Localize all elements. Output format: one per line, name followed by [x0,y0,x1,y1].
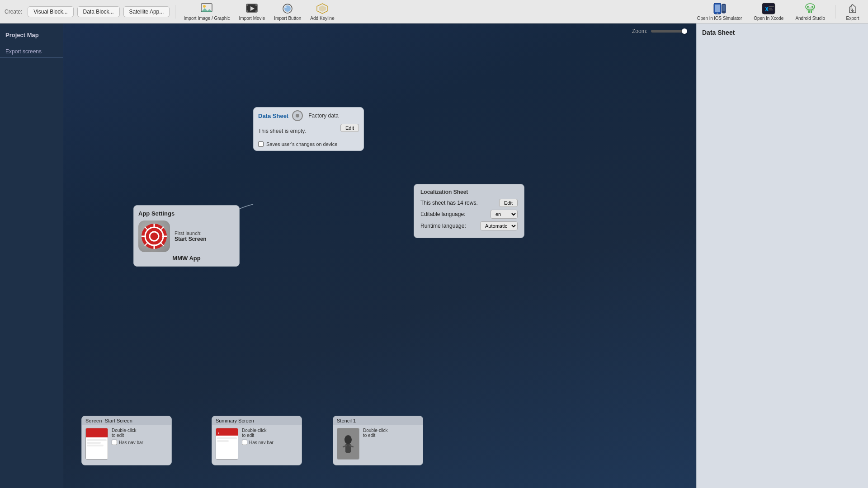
screen-start-header: Screen Start Screen [82,416,171,425]
saves-checkbox[interactable] [258,141,264,147]
data-sheet-header: Data Sheet Factory data [254,108,363,124]
start-screen-label: Start Screen [175,236,207,242]
data-sheet-edit-button[interactable]: Edit [340,124,359,132]
mmw-logo-icon [141,223,168,250]
svg-rect-8 [255,10,257,12]
screen-start-title: Start Screen [105,418,132,423]
app-settings-card: App Settings [133,205,240,267]
main-area: Project Map Export screens Zoom: Data Sh… [0,23,868,488]
svg-point-27 [811,6,813,8]
data-sheet-title: Data Sheet [258,113,288,119]
export-button[interactable]: Export [842,1,863,22]
zoom-slider[interactable] [651,30,687,33]
toolbar: Create: Visual Block... Data Block... Sa… [0,0,868,23]
import-image-label: Import Image / Graphic [184,16,230,21]
summary-nav-checkbox[interactable] [242,440,247,445]
screen-start-preview[interactable] [85,428,108,460]
visual-block-button[interactable]: Visual Block... [28,6,73,17]
ios-simulator-icon [712,2,726,15]
screen-start-card: Screen Start Screen Double-clickto edit [81,416,172,465]
data-sheet-body: This sheet is empty. Edit Saves user's c… [254,124,363,150]
screen-summary-preview[interactable]: ‹ [216,428,238,460]
android-studio-button[interactable]: Android Studio [792,1,829,22]
open-ios-label: Open in iOS Simulator [697,16,742,21]
svg-rect-5 [246,4,248,6]
localization-title: Localization Sheet [420,189,518,195]
screen-summary-card: Summary Screen ‹ Double-clickto edit [212,416,302,465]
data-sheet-empty-text: This sheet is empty. [258,128,306,134]
localization-rows-row: This sheet has 14 rows. Edit [420,199,518,207]
start-nav-checkbox[interactable] [112,440,117,445]
zoom-bar: Zoom: [632,28,687,34]
satellite-app-button[interactable]: Satellite App... [123,6,170,17]
right-panel-title: Data Sheet [702,29,863,36]
data-sheet-connector-dot[interactable] [292,110,303,121]
import-button-button[interactable]: Import Button [271,1,304,22]
screen-stencil-info: Double-clickto edit [363,428,387,438]
screen-stencil-card: Stencil 1 Double-clickto edit [333,416,423,465]
left-sidebar: Project Map Export screens [0,23,63,488]
summary-red-bar: ‹ [216,428,238,436]
svg-rect-23 [769,9,773,10]
svg-rect-22 [769,8,772,9]
editable-language-select[interactable]: en [491,210,518,219]
localization-edit-button[interactable]: Edit [499,199,518,207]
svg-point-1 [203,5,206,8]
open-ios-button[interactable]: Open in iOS Simulator [693,1,746,22]
svg-rect-6 [255,4,257,6]
open-xcode-label: Open in Xcode [754,16,783,21]
svg-rect-32 [849,7,852,10]
export-icon [845,2,860,15]
svg-point-10 [284,5,291,12]
svg-rect-28 [808,10,810,13]
zoom-slider-thumb [682,28,687,34]
localization-rows-text: This sheet has 14 rows. [420,200,499,206]
canvas[interactable]: Zoom: Data Sheet Factory data This sheet… [63,23,696,488]
saves-text: Saves user's changes on device [266,141,337,147]
localization-card: Localization Sheet This sheet has 14 row… [414,184,524,238]
screen-summary-body: ‹ Double-clickto edit Has nav bar [212,425,302,462]
import-image-button[interactable]: Import Image / Graphic [181,1,232,22]
svg-rect-15 [715,5,720,12]
app-settings-body: First launch: Start Screen [138,221,235,252]
mmw-app-label: MMW App [138,255,235,262]
stencil-image [339,433,357,455]
screen-summary-nav-row: Has nav bar [242,440,274,445]
right-panel: Data Sheet [696,23,868,488]
screen-start-double-click: Double-clickto edit [112,428,143,438]
add-keyline-button[interactable]: Add Keyline [307,1,337,22]
data-block-button[interactable]: Data Block... [77,6,120,17]
back-arrow-icon: ‹ [216,430,221,436]
summary-nav-label: Has nav bar [249,440,274,445]
data-sheet-saves-row: Saves user's changes on device [258,141,359,147]
screen-label: Screen [85,418,102,423]
svg-point-45 [344,435,352,444]
app-settings-title: App Settings [138,210,235,217]
data-sheet-card: Data Sheet Factory data This sheet is em… [253,107,364,151]
screen-summary-info: Double-clickto edit Has nav bar [242,428,274,445]
open-xcode-button[interactable]: X Open in Xcode [750,1,787,22]
runtime-language-label: Runtime language: [420,223,480,229]
svg-rect-29 [811,10,812,13]
svg-rect-7 [246,10,248,12]
create-label: Create: [5,9,22,15]
import-movie-button[interactable]: Import Movie [236,1,268,22]
add-keyline-label: Add Keyline [310,16,334,21]
xcode-icon: X [761,2,776,15]
editable-language-label: Editable language: [420,211,491,217]
add-keyline-icon [315,2,330,15]
runtime-language-select[interactable]: Automatic [480,221,518,230]
svg-rect-21 [769,6,774,7]
svg-point-26 [807,6,809,8]
svg-marker-2 [201,8,212,12]
import-movie-icon [245,2,259,15]
import-button-label: Import Button [274,16,301,21]
export-screens-button[interactable]: Export screens [0,46,63,58]
screen-stencil-header: Stencil 1 [333,416,423,425]
screen-start-body: Double-clickto edit Has nav bar [82,425,171,462]
localization-editable-row: Editable language: en [420,210,518,219]
screen-stencil-preview[interactable] [337,428,359,460]
screen-stencil-title: Stencil 1 [337,418,356,423]
app-icon [138,221,170,252]
screen-stencil-double-click: Double-clickto edit [363,428,387,438]
